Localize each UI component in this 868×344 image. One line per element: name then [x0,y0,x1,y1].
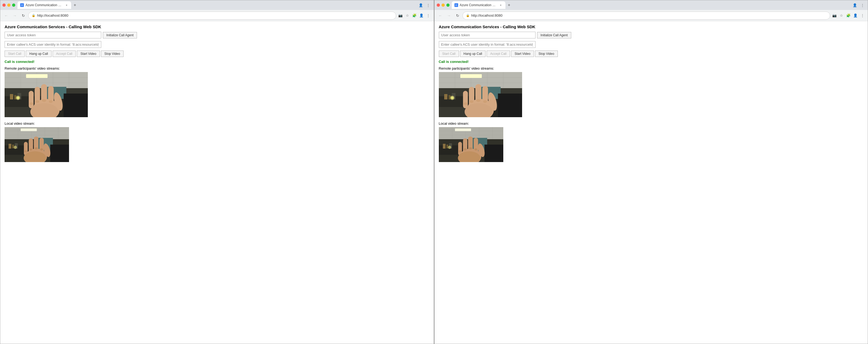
callee-row-right [439,41,864,48]
profile-icon-left[interactable]: 👤 [417,2,424,8]
svg-point-17 [17,96,19,99]
local-video-container-left: Local video stream: [5,121,429,162]
forward-btn-right[interactable]: → [445,12,453,19]
menu-icon-right[interactable]: ⋮ [859,2,866,8]
remote-video-container-right: Remote participants' video streams: [439,66,864,117]
title-bar-right: A Azure Communication Servi... × + 👤 ⋮ [435,0,868,10]
page-content-right: Azure Communication Services - Calling W… [435,21,868,344]
svg-rect-72 [444,94,447,99]
active-tab-right[interactable]: A Azure Communication Servi... × [452,1,505,9]
callee-row-left [5,41,429,48]
svg-point-86 [464,103,468,105]
token-input-right[interactable] [439,32,535,38]
svg-point-55 [25,150,27,152]
nav-menu-icon-right[interactable]: ⋮ [859,12,866,19]
tab-bar-left: A Azure Communication Servi... × + 👤 ⋮ [18,1,432,9]
maximize-btn-left[interactable] [12,3,15,7]
svg-rect-98 [455,128,471,131]
url-input-left[interactable] [37,13,393,18]
remote-video-right [439,72,522,117]
window-controls-right [437,3,450,7]
minimize-btn-right[interactable] [441,3,445,7]
close-btn-left[interactable] [2,3,6,7]
profile-icon-right[interactable]: 👤 [851,2,858,8]
callee-input-right[interactable] [439,41,535,48]
stop-video-btn-right[interactable]: Stop Video [535,51,558,57]
nav-menu-icon-left[interactable]: ⋮ [425,12,432,19]
nav-right-icons-left: 📷 ☆ 🧩 👤 ⋮ [397,12,432,19]
new-tab-btn-left[interactable]: + [72,2,78,8]
start-video-btn-left[interactable]: Start Video [77,51,100,57]
new-tab-btn-right[interactable]: + [506,2,513,8]
stop-video-btn-left[interactable]: Stop Video [101,51,124,57]
svg-rect-18 [64,93,88,117]
remote-label-right: Remote participants' video streams: [439,66,864,70]
svg-rect-9 [26,74,48,78]
bookmark-icon-right[interactable]: ☆ [838,12,845,19]
profile-nav-icon-right[interactable]: 👤 [852,12,859,19]
init-call-agent-btn-right[interactable]: Initialize Call Agent [537,32,571,38]
camera-icon-right[interactable]: 📷 [831,12,838,19]
bookmark-icon-left[interactable]: ☆ [404,12,411,19]
nav-bar-left: ← → ↻ 🔒 📷 ☆ 🧩 👤 ⋮ [0,10,434,21]
tab-close-right[interactable]: × [499,3,503,7]
active-tab-left[interactable]: A Azure Communication Servi... × [18,1,71,9]
local-video-right [439,127,503,162]
browser-window-left: A Azure Communication Servi... × + 👤 ⋮ ←… [0,0,434,344]
refresh-btn-left[interactable]: ↻ [20,12,27,19]
svg-point-115 [464,148,466,150]
tab-bar-right: A Azure Communication Servi... × + 👤 ⋮ [452,1,866,9]
svg-point-89 [483,100,487,103]
svg-point-29 [42,99,46,102]
tab-favicon-right: A [455,3,458,7]
token-row-right: Initialize Call Agent [439,32,864,38]
forward-btn-left[interactable]: → [11,12,19,19]
svg-rect-102 [443,144,445,149]
svg-rect-106 [485,145,503,162]
title-bar-left: A Azure Communication Servi... × + 👤 ⋮ [0,0,434,10]
maximize-btn-right[interactable] [446,3,450,7]
hang-up-btn-left[interactable]: Hang up Call [26,51,51,57]
url-input-right[interactable] [471,13,827,18]
svg-point-76 [451,96,454,99]
svg-point-28 [35,100,39,103]
svg-rect-103 [446,145,448,148]
svg-rect-68 [460,74,482,78]
callee-input-left[interactable] [5,41,101,48]
back-btn-left[interactable]: ← [2,12,10,19]
address-bar-right[interactable]: 🔒 [462,11,830,20]
start-call-btn-left[interactable]: Start Call [5,51,25,57]
tab-favicon-left: A [20,3,24,7]
svg-rect-21 [29,91,34,108]
local-video-left [5,127,69,162]
extensions-icon-left[interactable]: 🧩 [411,12,417,19]
init-call-agent-btn-left[interactable]: Initialize Call Agent [103,32,137,38]
camera-icon-left[interactable]: 📷 [397,12,404,19]
status-text-left: Call is connected! [5,60,429,64]
minimize-btn-left[interactable] [7,3,10,7]
extensions-icon-right[interactable]: 🧩 [845,12,851,19]
tab-close-left[interactable]: × [65,3,68,7]
svg-rect-80 [463,91,468,108]
svg-rect-44 [12,145,14,148]
start-call-btn-right[interactable]: Start Call [439,51,459,57]
lock-icon-right: 🔒 [466,14,470,17]
menu-icon-left[interactable]: ⋮ [425,2,432,8]
call-buttons-row-left: Start Call Hang up Call Accept Call Star… [5,51,429,57]
svg-point-30 [49,100,53,103]
close-btn-right[interactable] [437,3,440,7]
refresh-btn-right[interactable]: ↻ [454,12,461,19]
hang-up-btn-right[interactable]: Hang up Call [460,51,486,57]
back-btn-right[interactable]: ← [437,12,444,19]
token-row-left: Initialize Call Agent [5,32,429,38]
start-video-btn-right[interactable]: Start Video [511,51,534,57]
tab-title-left: Azure Communication Servi... [26,3,63,7]
profile-nav-icon-left[interactable]: 👤 [418,12,425,19]
svg-point-87 [470,100,473,103]
token-input-left[interactable] [5,32,101,38]
svg-point-58 [40,148,43,150]
accept-call-btn-left[interactable]: Accept Call [53,51,76,57]
accept-call-btn-right[interactable]: Accept Call [487,51,510,57]
local-label-left: Local video stream: [5,121,429,125]
address-bar-left[interactable]: 🔒 [28,11,396,20]
